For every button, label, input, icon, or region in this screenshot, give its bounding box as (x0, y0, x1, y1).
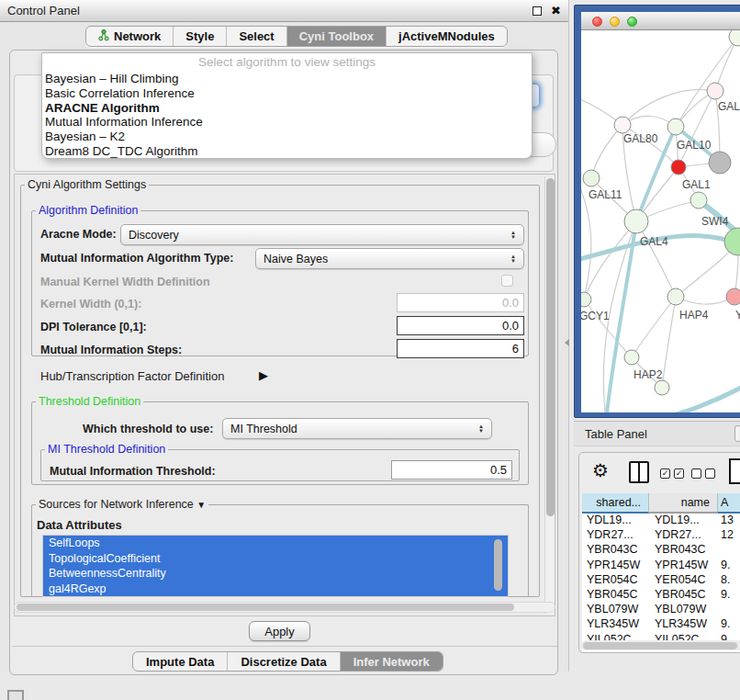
aracne-mode-label: Aracne Mode: (40, 228, 117, 241)
dpi-tolerance-field[interactable]: 0.0 (397, 316, 524, 335)
list-item[interactable]: TopologicalCoefficient (43, 551, 508, 567)
table-row[interactable]: YDR27...YDR27...12 (582, 528, 740, 543)
table-horizontal-scrollbar-track[interactable] (581, 640, 740, 650)
columns-icon[interactable] (629, 461, 649, 483)
tab-cyni-toolbox[interactable]: Cyni Toolbox (287, 27, 387, 46)
float-window-icon[interactable] (533, 6, 542, 16)
column-header-clipped[interactable]: A (718, 493, 740, 514)
tab-jactivemnodules[interactable]: jActiveMNodules (387, 27, 507, 46)
tab-select[interactable]: Select (227, 27, 286, 46)
tab-style[interactable]: Style (174, 27, 227, 46)
column-header-shared-name[interactable]: shared... (582, 493, 649, 514)
table-panel-titlebar: Table Panel (574, 421, 740, 446)
deselect-all-checkbox-icon[interactable] (705, 469, 715, 479)
network-node-gal11[interactable] (583, 170, 600, 186)
list-item[interactable]: gal4RGexp (43, 581, 508, 597)
close-icon[interactable]: ✖ (551, 6, 561, 16)
node-label: GAL11 (589, 188, 622, 201)
network-node[interactable] (655, 380, 669, 395)
table-header-row: shared... name A (582, 493, 740, 514)
zoom-traffic-light-icon[interactable] (627, 17, 637, 27)
dropdown-item[interactable]: Dream8 DC_TDC Algorithm (42, 144, 532, 159)
node-label: HAP4 (679, 309, 709, 322)
kernel-width-field[interactable]: 0.0 (397, 293, 524, 312)
table-row[interactable]: YBR043CYBR043C (582, 543, 740, 558)
deselect-all-checkbox-icon[interactable] (691, 469, 701, 479)
minimized-panel-icon[interactable] (7, 690, 24, 700)
dropdown-item[interactable]: Basic Correlation Inference (42, 86, 532, 101)
splitpane-collapse-icon[interactable] (565, 339, 569, 346)
export-table-icon[interactable] (729, 458, 740, 484)
settings-horizontal-scrollbar-track[interactable] (14, 602, 555, 613)
sources-expanded-icon[interactable]: ▼ (196, 500, 206, 510)
network-node-labels: GAL GAL80 GAL10 GAL1 GAL11 SWI4 GAL4 GCY… (581, 100, 740, 381)
table-panel-corner-button[interactable] (734, 425, 740, 442)
which-threshold-combo[interactable]: MI Threshold ▲▼ (222, 418, 492, 439)
tab-discretize-data[interactable]: Discretize Data (228, 652, 340, 671)
mi-threshold-label: Mutual Information Threshold: (50, 465, 216, 478)
network-node-green-large[interactable] (724, 228, 740, 255)
table-row[interactable]: YDL19...YDL19...13 (582, 514, 740, 528)
data-attributes-list[interactable]: SelfLoops TopologicalCoefficient Between… (42, 535, 509, 597)
dropdown-item[interactable]: Bayesian – Hill Climbing (42, 72, 532, 86)
list-vertical-scrollbar[interactable] (494, 539, 502, 591)
hub-tf-definition-label: Hub/Transcription Factor Definition (40, 369, 224, 383)
dropdown-item[interactable]: Mutual Information Inference (42, 115, 532, 130)
select-all-checkbox-icon[interactable]: ✓ (660, 469, 670, 479)
close-traffic-light-icon[interactable] (592, 17, 602, 27)
node-label: GAL4 (640, 235, 668, 248)
mi-algorithm-type-combo[interactable]: Naive Bayes ▲▼ (255, 248, 524, 269)
apply-button[interactable]: Apply (249, 621, 310, 641)
settings-vertical-scrollbar-thumb[interactable] (546, 178, 555, 516)
node-label: Y (735, 309, 740, 322)
screen: Control Panel ✖ Network Sty (0, 0, 740, 700)
cyni-settings-viewport: Cyni Algorithm Settings Algorithm Defini… (14, 174, 555, 616)
table-row[interactable]: YBR045CYBR045C9. (582, 588, 740, 603)
column-header-name[interactable]: name (649, 493, 718, 514)
network-node-hap2[interactable] (624, 350, 639, 365)
network-node[interactable] (729, 30, 740, 46)
bottom-tabbar: Impute Data Discretize Data Infer Networ… (132, 651, 443, 672)
settings-horizontal-scrollbar-thumb[interactable] (17, 604, 514, 611)
dropdown-item-selected[interactable]: ARACNE Algorithm (42, 101, 532, 116)
tab-network[interactable]: Network (86, 27, 174, 46)
network-node-gray[interactable] (709, 152, 731, 174)
kernel-width-label: Kernel Width (0,1): (40, 298, 141, 310)
hub-tf-collapsed-icon[interactable]: ▶ (259, 368, 268, 382)
combo-arrows-icon: ▲▼ (473, 424, 484, 434)
table-row[interactable]: YLR345WYLR345W9. (582, 617, 740, 632)
node-label: GCY1 (581, 310, 610, 322)
network-node-gal80[interactable] (614, 117, 631, 133)
network-canvas[interactable]: GAL GAL80 GAL10 GAL1 GAL11 SWI4 GAL4 GCY… (581, 30, 740, 412)
tab-impute-data[interactable]: Impute Data (133, 652, 228, 671)
network-node-y[interactable] (726, 288, 740, 305)
table-row[interactable]: YER054CYER054C8. (582, 573, 740, 588)
mi-steps-field[interactable]: 6 (397, 339, 524, 358)
network-node-gal1[interactable] (671, 160, 686, 175)
node-table: shared... name A YDL19...YDL19...13 YDR2… (582, 493, 740, 652)
aracne-mode-combo[interactable]: Discovery ▲▼ (120, 224, 524, 245)
network-node-gal4[interactable] (624, 209, 648, 233)
network-window-titlebar[interactable] (581, 12, 740, 30)
manual-kernel-width-checkbox[interactable] (501, 275, 513, 287)
tab-infer-network[interactable]: Infer Network (341, 652, 443, 671)
table-horizontal-scrollbar-thumb[interactable] (583, 642, 737, 649)
list-item[interactable]: BetweennessCentrality (43, 566, 508, 581)
network-node-gcy1[interactable] (581, 292, 591, 307)
network-node-gal[interactable] (707, 83, 723, 99)
network-node-swi4[interactable] (690, 192, 707, 209)
table-row[interactable]: YPR145WYPR145W9. (582, 559, 740, 573)
minimize-traffic-light-icon[interactable] (610, 17, 620, 27)
mi-threshold-field[interactable]: 0.5 (391, 460, 512, 480)
network-node-gal10[interactable] (667, 119, 684, 135)
network-view-window: GAL GAL80 GAL10 GAL1 GAL11 SWI4 GAL4 GCY… (574, 5, 740, 418)
gear-icon[interactable]: ⚙ (592, 459, 609, 481)
panel-divider (12, 646, 557, 647)
settings-vertical-scrollbar-track[interactable] (544, 176, 555, 614)
mi-threshold-definition-title: MI Threshold Definition (45, 443, 168, 456)
select-all-checkbox-icon[interactable]: ✓ (674, 469, 684, 479)
list-item[interactable]: SelfLoops (43, 536, 508, 551)
dropdown-item[interactable]: Bayesian – K2 (42, 130, 532, 144)
table-row[interactable]: YBL079WYBL079W (582, 603, 740, 617)
network-node-hap4[interactable] (667, 288, 684, 305)
